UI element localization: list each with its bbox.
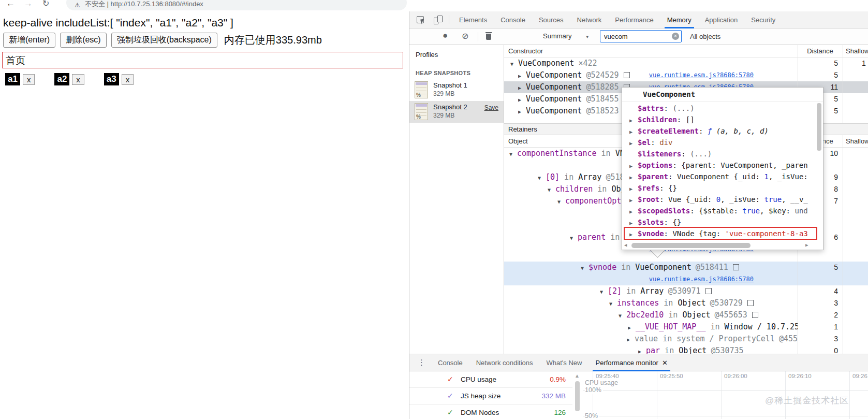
- inspect-element-icon[interactable]: [415, 14, 426, 25]
- expand-icon[interactable]: ▼: [557, 196, 565, 207]
- expand-icon[interactable]: ▼: [510, 58, 518, 69]
- expand-icon[interactable]: ▶: [518, 70, 526, 81]
- record-heap-icon[interactable]: ●: [443, 31, 448, 41]
- expand-icon[interactable]: ▶: [518, 106, 526, 117]
- add-button[interactable]: 新增(enter): [3, 33, 55, 48]
- expand-icon[interactable]: ▼: [570, 232, 578, 243]
- metric-row-dom[interactable]: ✓ DOM Nodes 126: [409, 404, 572, 419]
- expand-icon[interactable]: ▶: [518, 94, 526, 105]
- drawer-tab-network-conditions[interactable]: Network conditions: [469, 354, 540, 371]
- expand-icon[interactable]: ▼: [619, 310, 626, 321]
- inspect-box-icon[interactable]: [733, 264, 739, 270]
- snapshot-1-item[interactable]: % Snapshot 1 329 MB: [409, 79, 504, 101]
- expand-icon[interactable]: ▼: [509, 148, 517, 160]
- forward-icon[interactable]: →: [24, 0, 33, 9]
- save-link[interactable]: Save: [484, 104, 498, 111]
- expand-icon[interactable]: ▶: [628, 322, 636, 333]
- expand-icon[interactable]: ▼: [538, 172, 546, 183]
- checkbox-checked-icon[interactable]: ✓: [447, 408, 453, 416]
- inspect-box-icon[interactable]: [705, 288, 712, 294]
- perspective-select[interactable]: Summary▼: [543, 32, 590, 40]
- source-link[interactable]: vue.runtime.esm.js?8686:5780: [649, 273, 754, 285]
- clear-filter-icon[interactable]: ×: [672, 33, 679, 40]
- expand-icon[interactable]: ▼: [600, 286, 608, 297]
- tab-a1-close-button[interactable]: x: [23, 74, 35, 85]
- inspect-box-icon[interactable]: [624, 72, 630, 78]
- scroll-left-icon[interactable]: ◀: [624, 242, 627, 248]
- expand-icon[interactable]: ▶: [629, 138, 638, 149]
- delete-button[interactable]: 删除(esc): [60, 33, 107, 48]
- expand-icon[interactable]: ▶: [629, 161, 638, 172]
- retainer-row[interactable]: ▼instances in Object@530729 3: [504, 297, 868, 309]
- checkbox-checked-icon[interactable]: ✓: [447, 375, 453, 383]
- tab-a2[interactable]: a2: [54, 73, 69, 85]
- expand-icon[interactable]: ▶: [627, 334, 635, 345]
- retainer-row-clipped[interactable]: ▶par in Object@530735 0: [504, 345, 868, 354]
- back-icon[interactable]: ←: [6, 0, 15, 9]
- expand-icon[interactable]: ▼: [581, 262, 589, 273]
- scrollbar-thumb[interactable]: [631, 243, 751, 248]
- scope-label[interactable]: All objects: [690, 33, 720, 40]
- tab-application[interactable]: Application: [698, 11, 745, 28]
- clear-profiles-icon[interactable]: ⊘: [462, 31, 468, 41]
- expand-icon[interactable]: ▶: [518, 82, 526, 93]
- constructor-row[interactable]: ▶VueComponent@524529vue.runtime.esm.js?8…: [504, 69, 868, 81]
- distance-header[interactable]: Distance: [798, 47, 843, 55]
- drawer-tab-performance-monitor[interactable]: Performance monitor ✕: [589, 354, 674, 371]
- expand-icon[interactable]: ▶: [629, 195, 638, 206]
- expand-icon[interactable]: ▼: [609, 298, 617, 309]
- expand-icon[interactable]: ▶: [629, 183, 638, 195]
- constructor-row[interactable]: ▼VueComponent×422 5 1: [504, 57, 868, 69]
- drawer-tab-console[interactable]: Console: [431, 354, 469, 371]
- tab-memory[interactable]: Memory: [660, 11, 698, 28]
- property-value[interactable]: (...): [672, 104, 694, 112]
- class-filter-input[interactable]: [600, 30, 682, 42]
- expand-icon[interactable]: ▶: [629, 126, 638, 138]
- expand-icon[interactable]: ▶: [629, 172, 638, 183]
- tab-a3-close-button[interactable]: x: [122, 74, 134, 85]
- retainer-row[interactable]: ▶__VUE_HOT_MAP__ in Window / 10.7.25.136…: [504, 321, 868, 333]
- constructor-header[interactable]: Constructor: [508, 47, 543, 55]
- inspect-box-icon[interactable]: [747, 300, 754, 306]
- metrics-scrollbar[interactable]: ▲: [572, 371, 583, 419]
- shallow-header[interactable]: Shallow: [846, 47, 868, 55]
- reload-icon[interactable]: ↻: [42, 0, 49, 8]
- kebab-menu-icon[interactable]: ⋮: [418, 358, 425, 367]
- expand-icon[interactable]: ▶: [638, 345, 646, 354]
- drawer-tab-whats-new[interactable]: What's New: [540, 354, 589, 371]
- retainer-row[interactable]: ▼[2] in Array@530971 4: [504, 285, 868, 297]
- expand-icon[interactable]: ▶: [629, 218, 638, 229]
- security-warning-icon[interactable]: ⚠: [75, 2, 80, 9]
- shallow-header[interactable]: Shallow: [846, 137, 868, 145]
- tab-a2-close-button[interactable]: x: [72, 74, 84, 85]
- popover-vertical-scrollbar[interactable]: [817, 103, 821, 151]
- tab-a3[interactable]: a3: [104, 73, 119, 85]
- expand-icon[interactable]: ▶: [629, 229, 638, 240]
- expand-icon[interactable]: ▶: [629, 115, 638, 126]
- checkbox-checked-icon[interactable]: ✓: [447, 392, 453, 400]
- expand-icon[interactable]: ▼: [548, 184, 555, 195]
- tab-console[interactable]: Console: [494, 11, 532, 28]
- tab-performance[interactable]: Performance: [608, 11, 660, 28]
- snapshot-2-item[interactable]: % Snapshot 2 329 MB Save: [409, 101, 504, 123]
- tab-network[interactable]: Network: [570, 11, 609, 28]
- close-icon[interactable]: ✕: [662, 359, 668, 367]
- popover-horizontal-scrollbar[interactable]: ◀ ▶: [623, 242, 816, 249]
- property-value[interactable]: (...): [690, 150, 712, 158]
- delete-profile-icon[interactable]: [485, 32, 492, 41]
- retainer-row[interactable]: ▶value in system / PropertyCell@455651 3: [504, 333, 868, 345]
- scroll-right-icon[interactable]: ▶: [805, 242, 808, 248]
- inspect-box-icon[interactable]: [752, 312, 758, 318]
- address-bar[interactable]: ⚠ 不安全 | http://10.7.25.136:8080/#/index: [66, 0, 407, 10]
- source-link[interactable]: vue.runtime.esm.js?8686:5780: [649, 69, 754, 81]
- scroll-up-icon[interactable]: ▲: [575, 373, 580, 379]
- tab-a1[interactable]: a1: [5, 73, 20, 85]
- metric-row-cpu[interactable]: ✓ CPU usage 0.9%: [409, 371, 572, 388]
- retainer-row-selected[interactable]: ▼$vnode in VueComponent@518411 5: [504, 262, 868, 273]
- scrollbar-thumb[interactable]: [575, 381, 580, 411]
- object-header[interactable]: Object: [508, 137, 528, 145]
- force-gc-button[interactable]: 强制垃圾回收(backspace): [111, 33, 217, 48]
- device-toolbar-icon[interactable]: [432, 14, 444, 25]
- tab-security[interactable]: Security: [744, 11, 782, 28]
- expand-icon[interactable]: ▶: [629, 206, 638, 218]
